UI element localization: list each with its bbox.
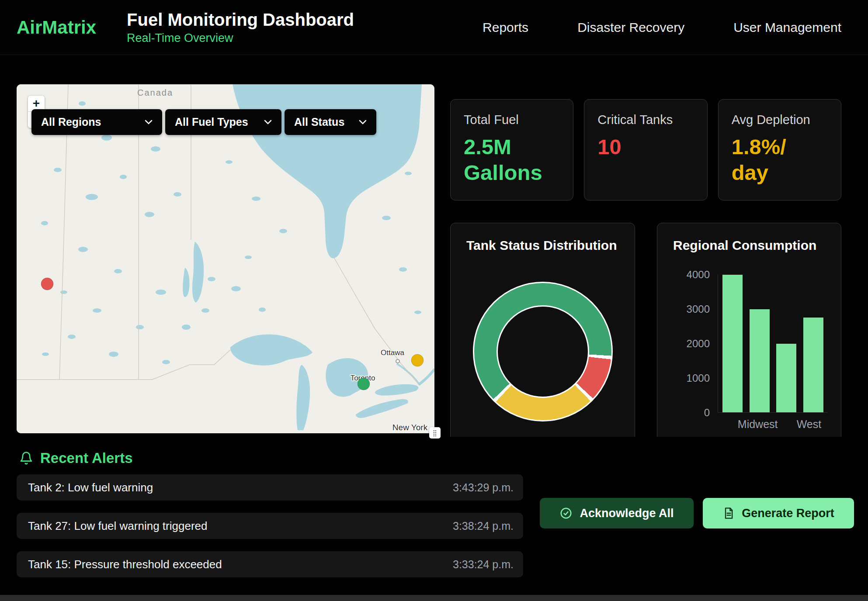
stats-row: Total Fuel 2.5M Gallons Critical Tanks 1… xyxy=(450,99,841,200)
alerts-header: Recent Alerts xyxy=(0,437,868,466)
acknowledge-all-button[interactable]: Acknowledge All xyxy=(540,498,694,528)
stat-label: Avg Depletion xyxy=(732,113,828,127)
map-label-new-york: New York xyxy=(392,423,428,432)
bar-chart: 4000 3000 2000 1000 0 xyxy=(666,275,828,413)
status-filter-select[interactable]: All Status xyxy=(285,109,376,135)
bar xyxy=(722,275,743,412)
horizontal-scrollbar[interactable] xyxy=(0,595,868,601)
alert-row[interactable]: Tank 15: Pressure threshold exceeded 3:3… xyxy=(17,551,523,577)
y-tick-label: 0 xyxy=(704,407,710,419)
alert-timestamp: 3:38:24 p.m. xyxy=(453,520,514,532)
map-label-ottawa: Ottawa xyxy=(381,349,404,357)
nav-user-management[interactable]: User Management xyxy=(733,20,841,35)
stat-value: 2.5M Gallons xyxy=(464,134,560,186)
alert-row[interactable]: Tank 27: Low fuel warning triggered 3:38… xyxy=(17,513,523,539)
bar xyxy=(750,309,770,412)
stat-value: 1.8%/ day xyxy=(732,134,828,186)
map-filters: All Regions All Fuel Types All Status xyxy=(31,109,376,135)
main-nav: Reports Disaster Recovery User Managemen… xyxy=(483,20,841,35)
brand-logo: AirMatrix xyxy=(17,17,96,38)
bar-chart-x-labels: Midwest West xyxy=(718,418,823,431)
stat-card-total-fuel: Total Fuel 2.5M Gallons xyxy=(450,99,573,200)
nav-disaster-recovery[interactable]: Disaster Recovery xyxy=(577,20,684,35)
regional-consumption-card: Regional Consumption 4000 3000 2000 1000… xyxy=(657,223,841,467)
stat-value: 10 xyxy=(597,134,694,160)
region-filter-value: All Regions xyxy=(41,116,101,128)
document-icon xyxy=(722,507,735,520)
fuel-type-filter-select[interactable]: All Fuel Types xyxy=(165,109,281,135)
map-canvas: Canada Ottawa Toronto New York xyxy=(17,84,434,433)
y-tick-label: 3000 xyxy=(687,303,710,315)
chevron-down-icon xyxy=(359,120,367,124)
alert-message: Tank 27: Low fuel warning triggered xyxy=(28,519,207,533)
alert-row[interactable]: Tank 2: Low fuel warning 3:43:29 p.m. xyxy=(17,474,523,501)
chevron-down-icon xyxy=(145,120,153,124)
bar-chart-y-axis: 4000 3000 2000 1000 0 xyxy=(666,275,718,413)
tank-status-card: Tank Status Distribution xyxy=(450,223,635,467)
resize-handle[interactable]: ⣿ xyxy=(429,427,441,439)
map-marker-normal[interactable] xyxy=(358,378,370,390)
ottawa-town-dot xyxy=(396,359,399,363)
donut-chart xyxy=(473,282,613,421)
map-marker-warning[interactable] xyxy=(411,354,424,366)
header: AirMatrix Fuel Monitoring Dashboard Real… xyxy=(0,0,868,55)
recent-alerts-section: Recent Alerts Tank 2: Low fuel warning 3… xyxy=(0,437,868,601)
generate-report-button[interactable]: Generate Report xyxy=(703,498,854,528)
bell-icon xyxy=(19,451,33,466)
check-circle-icon xyxy=(559,507,573,520)
alert-timestamp: 3:43:29 p.m. xyxy=(453,481,514,494)
bar xyxy=(803,318,823,412)
bar-chart-title: Regional Consumption xyxy=(657,223,841,253)
stat-card-avg-depletion: Avg Depletion 1.8%/ day xyxy=(718,99,841,200)
x-tick-label xyxy=(773,418,793,431)
title-block: Fuel Monitoring Dashboard Real-Time Over… xyxy=(127,10,354,45)
donut-chart-title: Tank Status Distribution xyxy=(451,223,635,253)
chevron-down-icon xyxy=(264,120,272,124)
fuel-type-filter-value: All Fuel Types xyxy=(175,116,248,128)
app-root: AirMatrix Fuel Monitoring Dashboard Real… xyxy=(0,0,868,601)
map-marker-critical[interactable] xyxy=(41,278,53,290)
alert-message: Tank 2: Low fuel warning xyxy=(28,481,153,494)
alert-list: Tank 2: Low fuel warning 3:43:29 p.m. Ta… xyxy=(17,474,523,590)
acknowledge-all-label: Acknowledge All xyxy=(580,507,674,520)
generate-report-label: Generate Report xyxy=(742,507,834,520)
alerts-title: Recent Alerts xyxy=(40,450,133,466)
y-tick-label: 4000 xyxy=(687,269,710,281)
alert-timestamp: 3:33:24 p.m. xyxy=(453,558,514,571)
nav-reports[interactable]: Reports xyxy=(483,20,528,35)
map-label-canada: Canada xyxy=(137,88,173,97)
x-tick-label: Midwest xyxy=(748,418,768,431)
y-tick-label: 1000 xyxy=(687,372,710,384)
status-filter-value: All Status xyxy=(294,116,344,128)
stat-label: Critical Tanks xyxy=(597,113,694,127)
stat-card-critical-tanks: Critical Tanks 10 xyxy=(584,99,707,200)
bar xyxy=(776,344,796,413)
alert-message: Tank 15: Pressure threshold exceeded xyxy=(28,558,222,571)
page-subtitle: Real-Time Overview xyxy=(127,31,354,45)
page-title: Fuel Monitoring Dashboard xyxy=(127,10,354,30)
donut-hole xyxy=(496,305,589,398)
y-tick-label: 2000 xyxy=(687,338,710,350)
bar-chart-plot xyxy=(718,275,828,413)
stat-label: Total Fuel xyxy=(464,113,560,127)
region-filter-select[interactable]: All Regions xyxy=(31,109,162,135)
fuel-map[interactable]: Canada Ottawa Toronto New York + All Reg… xyxy=(17,84,434,433)
x-tick-label: West xyxy=(799,418,819,431)
